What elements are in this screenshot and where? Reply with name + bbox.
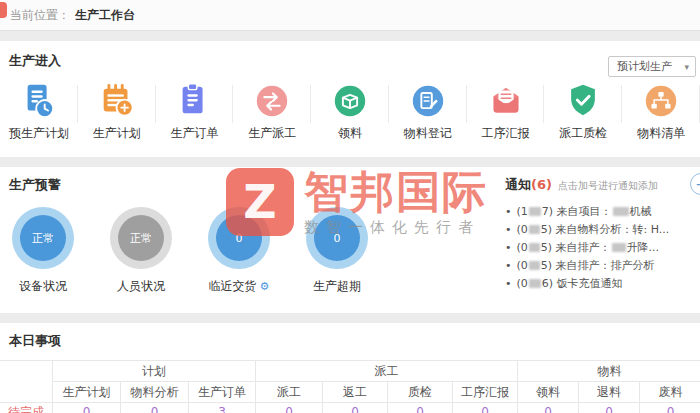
notices-hint: 点击加号进行通知添加 <box>558 179 658 193</box>
today-items-title: 本日事项 <box>0 332 700 350</box>
count-link[interactable]: 0 <box>544 405 552 413</box>
bullet-icon: • <box>505 241 512 254</box>
entry-item-label: 生产计划 <box>93 125 141 142</box>
notice-text: (17) 来自项目：机械 <box>517 205 652 218</box>
entry-item[interactable]: 预生产计划 <box>0 82 78 142</box>
count-link[interactable]: 3 <box>218 405 226 413</box>
notices-title: 通知 <box>505 176 531 194</box>
redacted-text <box>529 243 540 252</box>
today-items-panel: 本日事项 计划 派工 物料 生产计划 物料分析 <box>0 323 700 413</box>
row-label: 待完成 <box>0 403 53 413</box>
redacted-text <box>613 207 629 216</box>
table-group-header-row: 计划 派工 物料 <box>0 361 700 382</box>
column-header: 工序汇报 <box>453 382 518 403</box>
entry-item-label: 生产派工 <box>248 125 296 142</box>
add-notice-button[interactable]: + <box>690 173 700 195</box>
table-row: 待完成 0 0 3 0 0 0 0 0 0 <box>0 403 700 413</box>
table-column-header-row: 生产计划 物料分析 生产订单 派工 返工 质检 工序汇报 领料 退料 <box>0 382 700 403</box>
column-header: 质检 <box>388 382 453 403</box>
count-link[interactable]: 0 <box>667 405 675 413</box>
bullet-icon: • <box>505 223 512 236</box>
count-link[interactable]: 0 <box>605 405 613 413</box>
bullet-icon: • <box>505 259 512 272</box>
dropdown-selected-value: 预计划生产 <box>617 60 672 73</box>
breadcrumb-current-page: 生产工作台 <box>75 7 135 24</box>
entry-item[interactable]: 物料清单 <box>622 82 700 142</box>
gauge-circle[interactable]: 正常 <box>110 207 172 269</box>
gauge-label-text: 设备状况 <box>19 278 67 295</box>
notice-item[interactable]: •(05) 来自排产：排产分析 <box>505 257 700 275</box>
notice-item[interactable]: •(06) 饭卡充值通知 <box>505 275 700 293</box>
notice-item[interactable]: •(17) 来自项目：机械 <box>505 203 700 221</box>
qc-shield-check-icon <box>564 82 602 120</box>
warning-gauges: 正常 设备状况 ⚙ 正常 人员状况 ⚙ 0 <box>0 207 386 295</box>
process-report-mail-icon <box>487 82 525 120</box>
entry-item[interactable]: 生产派工 <box>233 82 311 142</box>
column-header: 派工 <box>256 382 323 403</box>
warning-gauge: 正常 设备状况 ⚙ <box>0 207 92 295</box>
material-pick-box-icon <box>331 82 369 120</box>
bom-sitemap-icon <box>642 82 680 120</box>
entry-item[interactable]: 工序汇报 <box>467 82 545 142</box>
entry-item-label: 派工质检 <box>559 125 607 142</box>
count-link[interactable]: 0 <box>481 405 489 413</box>
breadcrumb: 当前位置： 生产工作台 <box>0 0 700 31</box>
redacted-text <box>529 279 541 288</box>
column-header: 生产订单 <box>189 382 256 403</box>
table-corner-cell <box>0 361 53 403</box>
count-link[interactable]: 0 <box>351 405 359 413</box>
redacted-text <box>529 225 540 234</box>
gauge-label-text: 生产超期 <box>313 278 361 295</box>
redacted-text <box>529 261 540 270</box>
column-group-header: 物料 <box>518 361 700 382</box>
entry-item-label: 物料清单 <box>637 125 685 142</box>
today-table: 计划 派工 物料 生产计划 物料分析 生产订单 派工 返工 <box>0 360 700 413</box>
entry-item[interactable]: 生产计划 <box>78 82 156 142</box>
entry-item[interactable]: 派工质检 <box>544 82 622 142</box>
entry-item-label: 预生产计划 <box>9 125 69 142</box>
warning-gauge: 0 临近交货 ⚙ <box>190 207 288 295</box>
breadcrumb-label: 当前位置： <box>10 7 70 24</box>
gauge-value: 0 <box>216 215 262 261</box>
notices-count-badge: (6) <box>531 177 552 192</box>
entry-item[interactable]: 物料登记 <box>389 82 467 142</box>
entry-item[interactable]: 领料 <box>311 82 389 142</box>
entry-item-label: 物料登记 <box>404 125 452 142</box>
notice-text: (05) 来自物料分析：转: H... <box>517 223 670 236</box>
column-group-header: 计划 <box>53 361 256 382</box>
gauge-circle[interactable]: 0 <box>208 207 270 269</box>
pre-plan-doc-clock-icon <box>20 82 58 120</box>
order-clipboard-icon <box>175 82 213 120</box>
material-register-doc-icon <box>409 82 447 120</box>
warning-gauge: 0 生产超期 ⚙ <box>288 207 386 295</box>
column-header: 领料 <box>518 382 579 403</box>
gauge-circle[interactable]: 0 <box>306 207 368 269</box>
entry-item[interactable]: 生产订单 <box>156 82 234 142</box>
redacted-text <box>529 207 541 216</box>
count-link[interactable]: 0 <box>83 405 91 413</box>
column-header: 退料 <box>579 382 640 403</box>
warning-gauge: 正常 人员状况 ⚙ <box>92 207 190 295</box>
notice-item[interactable]: •(05) 来自物料分析：转: H... <box>505 221 700 239</box>
gauge-value: 正常 <box>118 215 164 261</box>
gauge-value: 正常 <box>20 215 66 261</box>
count-link[interactable]: 0 <box>285 405 293 413</box>
notice-item[interactable]: •(05) 来自排产：升降... <box>505 239 700 257</box>
gauge-label-text: 人员状况 <box>117 278 165 295</box>
production-entry-items: 预生产计划 生产计划 生产订单 生产派工 领料 <box>0 82 700 142</box>
column-header: 生产计划 <box>53 382 121 403</box>
column-group-header: 派工 <box>256 361 518 382</box>
production-type-dropdown[interactable]: 预计划生产 ▾ <box>608 56 696 77</box>
count-link[interactable]: 0 <box>416 405 424 413</box>
gauge-value: 0 <box>314 215 360 261</box>
gauge-circle[interactable]: 正常 <box>12 207 74 269</box>
notices-panel: 通知 (6) 点击加号进行通知添加 + •(17) 来自项目：机械 •(05) … <box>505 176 700 313</box>
gear-icon[interactable]: ⚙ <box>260 280 270 293</box>
column-header: 废料 <box>640 382 700 403</box>
redacted-text <box>612 243 626 252</box>
count-link[interactable]: 0 <box>151 405 159 413</box>
entry-item-label: 领料 <box>338 125 362 142</box>
column-header: 返工 <box>323 382 388 403</box>
entry-item-label: 生产订单 <box>170 125 218 142</box>
bullet-icon: • <box>505 205 512 218</box>
